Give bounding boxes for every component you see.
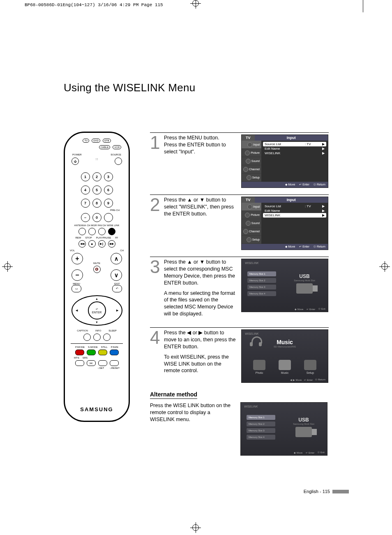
num-7: 7 [81,199,90,208]
chmgr-label: CH MGR [87,224,97,227]
caption-label: CAPTION [77,329,88,332]
num-8: 8 [92,199,101,208]
ff-label: FF [115,236,118,239]
memory-slot-4: Memory Slot 4 [247,291,276,296]
psize-button [110,350,119,355]
row-wiselink: WISELINK▶ [263,151,326,155]
prech-label: PRE-CH [110,209,120,211]
crop-top-line [363,0,363,12]
remote-stb-tab: STB [103,139,111,143]
memory-slot-1: Memory Slot 1 [247,415,275,420]
sleep-label: SLEEP [108,329,116,332]
side-input: Input [242,203,261,211]
num-6: 6 [104,185,113,195]
favch-label: FAV.CH [97,224,106,227]
wiselink-logo: WISELINK [244,405,258,408]
step-4: 4 Press the ◀ or ▶ button to move to an … [150,327,329,383]
num-3: 3 [104,172,113,181]
alternate-section: Alternate method Press the WISE LINK but… [150,389,329,456]
usb-icon [296,283,313,294]
step-2-number: 2 [150,197,164,213]
ff-button: ▶▶ [108,240,115,248]
row-edit-name: Edit Name▶ [263,146,326,151]
srs-label: SRS [83,357,88,359]
remote-dvd-tab: DVD [92,139,100,143]
usb-label: USB [286,273,323,279]
print-header: BP68-00586D-01Eng(104~127) 3/16/06 4:29 … [25,2,163,7]
menu-title: Input [255,135,328,141]
side-picture: Picture [242,149,261,157]
set-label: ○SET [98,367,104,369]
power-label: POWER [72,153,82,156]
step-1: 1 Press the MENU button. Press the ENTER… [150,132,329,188]
source-label: SOURCE [111,153,121,156]
rew-label: REW [75,236,81,239]
chmgr-button [88,228,96,235]
memory-slot-3: Memory Slot 3 [247,428,275,433]
power-button: ⏻ [71,157,79,165]
side-setup: Setup [242,236,261,244]
mts-button [75,360,84,366]
enter-button: ↵ ENTER [88,301,106,320]
still-button [98,350,107,355]
step-3-screenshot: WISELINK Memory Slot 1 Memory Slot 2 Mem… [241,259,328,312]
side-channel: Channel [242,227,261,236]
crop-mark-top [192,0,199,7]
alternate-heading: Alternate method [150,391,197,399]
step-1-number: 1 [150,134,164,151]
photo-icon: Photo [250,360,269,374]
step-3-text: Press the ▲ or ▼ button to select the co… [164,259,241,321]
mts-label: MTS [74,357,79,359]
footer-bar-icon [332,490,349,493]
step-2: 2 Press the ▲ or ▼ button to select "WIS… [150,195,329,250]
step-1-text: Press the MENU button. Press the ENTER b… [164,134,241,159]
reset-label: ○RESET [110,367,120,369]
pmode-button [75,350,84,355]
page-title: Using the WISELINK Menu [64,81,195,94]
alternate-text: Press the WISE LINK button on the remote… [150,402,235,423]
ch-label: CH [120,249,124,252]
still-label: STILL [101,346,108,348]
row-wiselink: WISELINK▶ [263,213,326,218]
music-subtitle: SD Memorycard/MS [242,345,328,348]
alternate-screenshot: WISELINK Memory Slot 1 Memory Slot 2 Mem… [240,402,327,456]
wiselink-button [108,228,115,235]
step-3-number: 3 [150,259,164,275]
smode-button [87,350,96,355]
step-3: 3 Press the ▲ or ▼ button to select the … [150,257,329,321]
menu-button: ▭ [71,285,81,292]
vol-down: − [71,269,83,281]
tv-tab: TV [242,197,255,203]
psize-label: P.SIZE [111,346,118,348]
favch-button [98,228,106,235]
side-input: Input [242,141,261,149]
remote-tv-tab: TV [83,139,89,143]
wiselink-label: WISE LINK [107,224,119,227]
reset-button [110,360,119,366]
exit-button: ↶ [112,285,122,292]
page-footer: English - 115 [304,489,349,494]
remote-cable-tab: CABLE [99,145,111,149]
step-2-text: Press the ▲ or ▼ button to select "WISEL… [164,197,241,221]
brand-label: SAMSUNG [65,406,129,412]
num-1: 1 [81,172,90,181]
num-4: 4 [81,185,90,195]
dash-button: – [81,213,90,222]
num-5: 5 [92,185,101,195]
music-title: Music [242,339,328,345]
tv-tab: TV [242,135,255,141]
step-1-screenshot: TV Input Input Picture Sound Channel Set… [241,134,328,188]
rew-button: ◀◀ [78,240,86,248]
wiselink-logo: WISELINK [245,332,258,335]
memory-slot-1: Memory Slot 1 [247,271,276,276]
stop-label: STOP [85,236,92,239]
usb-icon [295,427,312,437]
remote-control-figure: TV DVD STB CABLE VCR POWER SOURCE ⏻ ∷ 12… [64,132,130,422]
memory-slot-3: Memory Slot 3 [247,285,276,290]
play-button: ▶‖ [98,240,106,248]
side-setup: Setup [242,174,261,182]
usb-label: USB [285,417,322,423]
prech-button [104,213,113,222]
row-edit-name: Edit Name▶ [263,208,326,213]
menu-title: Input [255,197,328,203]
